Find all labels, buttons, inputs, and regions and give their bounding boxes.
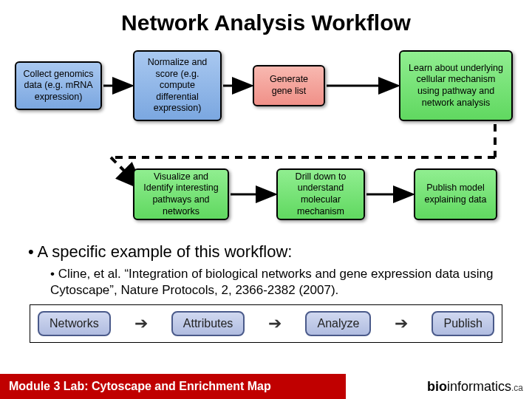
bullet-main: • A specific example of this workflow: [28, 242, 510, 262]
box-normalize-score: Normalize and score (e.g. compute differ… [133, 50, 222, 121]
bullet-sub-text: Cline, et al. “Integration of biological… [50, 267, 493, 297]
pipeline-publish: Publish [432, 311, 494, 336]
pipeline-networks: Networks [38, 311, 111, 336]
box-visualize: Visualize and Identify interesting pathw… [133, 168, 229, 220]
box-learn-mechanism: Learn about underlying cellular mechanis… [399, 50, 513, 121]
pipeline-attributes: Attributes [171, 311, 245, 336]
brand-informatics: informatics [447, 379, 511, 394]
page-title: Network Analysis Workflow [0, 0, 532, 43]
arrow-icon: ➔ [268, 314, 282, 333]
footer-brand: bioinformatics.ca [346, 379, 532, 395]
footer-module-label: Module 3 Lab: Cytoscape and Enrichment M… [0, 374, 346, 399]
box-collect-data: Collect genomics data (e.g. mRNA express… [15, 61, 102, 110]
pipeline-analyze: Analyze [305, 311, 371, 336]
pipeline-diagram: Networks ➔ Attributes ➔ Analyze ➔ Publis… [30, 304, 502, 343]
box-publish-model: Publish model explaining data [414, 168, 497, 220]
bullet-sub: • Cline, et al. “Integration of biologic… [50, 266, 510, 299]
arrow-icon: ➔ [134, 314, 148, 333]
bullet-main-text: A specific example of this workflow: [38, 242, 293, 261]
arrow-icon: ➔ [395, 314, 408, 333]
brand-bio: bio [427, 379, 447, 394]
box-drill-down: Drill down to understand molecular mecha… [276, 168, 365, 220]
bullet-list: • A specific example of this workflow: •… [28, 242, 510, 299]
workflow-diagram: Collect genomics data (e.g. mRNA express… [15, 43, 517, 235]
brand-ca: .ca [511, 383, 523, 393]
box-generate-list: Generate gene list [253, 65, 325, 106]
footer-bar: Module 3 Lab: Cytoscape and Enrichment M… [0, 374, 532, 399]
